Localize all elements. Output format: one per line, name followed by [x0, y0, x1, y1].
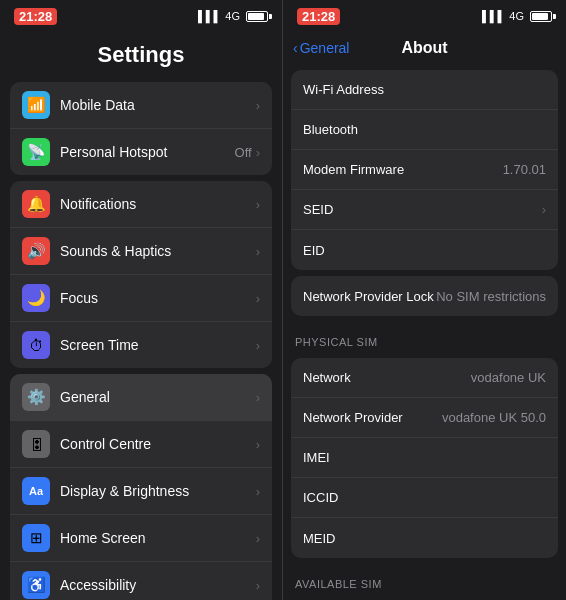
- network-provider-value: vodafone UK 50.0: [442, 410, 546, 425]
- meid-label: MEID: [303, 531, 336, 546]
- battery-icon-right: [530, 11, 552, 22]
- about-section-1: Wi-Fi Address Bluetooth Modem Firmware 1…: [291, 70, 558, 270]
- network-label: Network: [303, 370, 351, 385]
- sounds-label: Sounds & Haptics: [60, 243, 256, 259]
- focus-chevron: ›: [256, 291, 260, 306]
- notifications-label: Notifications: [60, 196, 256, 212]
- settings-item-hotspot[interactable]: 📡 Personal Hotspot Off ›: [10, 129, 272, 175]
- status-bar-right: 21:28 ▌▌▌ 4G: [283, 0, 566, 32]
- lock-label: Network Provider Lock: [303, 289, 434, 304]
- seid-chevron: ›: [542, 202, 546, 217]
- imei-label: IMEI: [303, 450, 330, 465]
- mobile-data-label: Mobile Data: [60, 97, 256, 113]
- available-sim-header: AVAILABLE SIM: [283, 564, 566, 594]
- settings-section-1: 📶 Mobile Data › 📡 Personal Hotspot Off ›: [10, 82, 272, 175]
- control-centre-label: Control Centre: [60, 436, 256, 452]
- seid-label: SEID: [303, 202, 333, 217]
- control-centre-icon: 🎛: [22, 430, 50, 458]
- settings-pane: 21:28 ▌▌▌ 4G Settings 📶 Mobile Data › 📡 …: [0, 0, 283, 600]
- about-section-lock: Network Provider Lock No SIM restriction…: [291, 276, 558, 316]
- about-row-modem: Modem Firmware 1.70.01: [291, 150, 558, 190]
- about-row-network: Network vodafone UK: [291, 358, 558, 398]
- network-type: 4G: [225, 10, 240, 22]
- settings-scroll[interactable]: 📶 Mobile Data › 📡 Personal Hotspot Off ›…: [0, 76, 282, 600]
- network-provider-label: Network Provider: [303, 410, 403, 425]
- about-row-network-provider: Network Provider vodafone UK 50.0: [291, 398, 558, 438]
- about-row-iccid: ICCID: [291, 478, 558, 518]
- status-time-left: 21:28: [14, 8, 57, 25]
- about-row-imei: IMEI: [291, 438, 558, 478]
- signal-icon-right: ▌▌▌: [482, 10, 505, 22]
- accessibility-label: Accessibility: [60, 577, 256, 593]
- home-screen-label: Home Screen: [60, 530, 256, 546]
- eid-label: EID: [303, 243, 325, 258]
- display-label: Display & Brightness: [60, 483, 256, 499]
- settings-item-notifications[interactable]: 🔔 Notifications ›: [10, 181, 272, 228]
- display-icon: Aa: [22, 477, 50, 505]
- iccid-label: ICCID: [303, 490, 338, 505]
- modem-value: 1.70.01: [503, 162, 546, 177]
- lock-value: No SIM restrictions: [436, 289, 546, 304]
- mobile-data-chevron: ›: [256, 98, 260, 113]
- general-label: General: [60, 389, 256, 405]
- focus-label: Focus: [60, 290, 256, 306]
- settings-section-2: 🔔 Notifications › 🔊 Sounds & Haptics › 🌙…: [10, 181, 272, 368]
- status-icons-left: ▌▌▌ 4G: [198, 10, 268, 22]
- bluetooth-label: Bluetooth: [303, 122, 358, 137]
- about-title: About: [401, 39, 447, 57]
- network-value: vodafone UK: [471, 370, 546, 385]
- physical-sim-header: PHYSICAL SIM: [283, 322, 566, 352]
- about-row-wifi: Wi-Fi Address: [291, 70, 558, 110]
- hotspot-icon: 📡: [22, 138, 50, 166]
- wifi-label: Wi-Fi Address: [303, 82, 384, 97]
- hotspot-chevron: ›: [256, 145, 260, 160]
- accessibility-icon: ♿: [22, 571, 50, 599]
- hotspot-label: Personal Hotspot: [60, 144, 235, 160]
- settings-header: Settings: [0, 32, 282, 76]
- screen-time-chevron: ›: [256, 338, 260, 353]
- focus-icon: 🌙: [22, 284, 50, 312]
- physical-sim-section-label: PHYSICAL SIM: [283, 322, 566, 352]
- settings-item-control-centre[interactable]: 🎛 Control Centre ›: [10, 421, 272, 468]
- status-bar-left: 21:28 ▌▌▌ 4G: [0, 0, 282, 32]
- settings-item-accessibility[interactable]: ♿ Accessibility ›: [10, 562, 272, 600]
- home-screen-icon: ⊞: [22, 524, 50, 552]
- about-pane: 21:28 ▌▌▌ 4G ‹ General About Wi-Fi Addre…: [283, 0, 566, 600]
- settings-item-sounds[interactable]: 🔊 Sounds & Haptics ›: [10, 228, 272, 275]
- about-row-eid: EID: [291, 230, 558, 270]
- home-screen-chevron: ›: [256, 531, 260, 546]
- network-type-right: 4G: [509, 10, 524, 22]
- general-chevron: ›: [256, 390, 260, 405]
- status-icons-right: ▌▌▌ 4G: [482, 10, 552, 22]
- settings-item-display[interactable]: Aa Display & Brightness ›: [10, 468, 272, 515]
- settings-item-focus[interactable]: 🌙 Focus ›: [10, 275, 272, 322]
- modem-label: Modem Firmware: [303, 162, 404, 177]
- signal-icon: ▌▌▌: [198, 10, 221, 22]
- sounds-icon: 🔊: [22, 237, 50, 265]
- accessibility-chevron: ›: [256, 578, 260, 593]
- settings-item-screen-time[interactable]: ⏱ Screen Time ›: [10, 322, 272, 368]
- notifications-chevron: ›: [256, 197, 260, 212]
- about-row-seid[interactable]: SEID ›: [291, 190, 558, 230]
- about-scroll[interactable]: Wi-Fi Address Bluetooth Modem Firmware 1…: [283, 64, 566, 600]
- sounds-chevron: ›: [256, 244, 260, 259]
- about-row-lock: Network Provider Lock No SIM restriction…: [291, 276, 558, 316]
- back-button[interactable]: ‹ General: [293, 40, 349, 56]
- settings-item-general[interactable]: ⚙️ General ›: [10, 374, 272, 421]
- control-centre-chevron: ›: [256, 437, 260, 452]
- about-header: ‹ General About: [283, 32, 566, 64]
- hotspot-value: Off: [235, 145, 252, 160]
- settings-item-mobile-data[interactable]: 📶 Mobile Data ›: [10, 82, 272, 129]
- status-time-right: 21:28: [297, 8, 340, 25]
- notifications-icon: 🔔: [22, 190, 50, 218]
- general-icon: ⚙️: [22, 383, 50, 411]
- mobile-data-icon: 📶: [22, 91, 50, 119]
- screen-time-label: Screen Time: [60, 337, 256, 353]
- settings-item-home-screen[interactable]: ⊞ Home Screen ›: [10, 515, 272, 562]
- about-row-bluetooth: Bluetooth: [291, 110, 558, 150]
- settings-section-3: ⚙️ General › 🎛 Control Centre › Aa Displ…: [10, 374, 272, 600]
- available-sim-section-label: AVAILABLE SIM: [283, 564, 566, 594]
- about-row-meid: MEID: [291, 518, 558, 558]
- screen-time-icon: ⏱: [22, 331, 50, 359]
- back-label: General: [300, 40, 350, 56]
